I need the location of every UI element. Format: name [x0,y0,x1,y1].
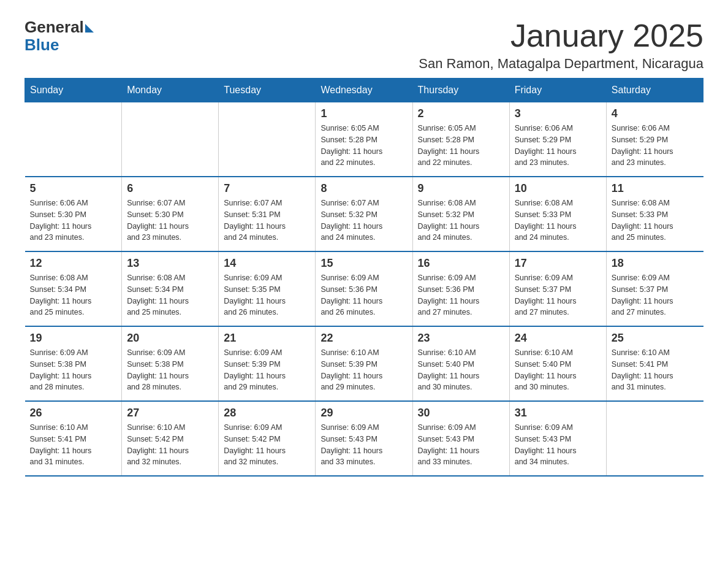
calendar-week-row: 12Sunrise: 6:08 AM Sunset: 5:34 PM Dayli… [25,251,703,326]
calendar-cell: 23Sunrise: 6:10 AM Sunset: 5:40 PM Dayli… [412,326,509,401]
day-info: Sunrise: 6:06 AM Sunset: 5:29 PM Dayligh… [515,123,601,169]
day-number: 10 [515,182,601,195]
header-monday: Monday [122,79,219,102]
day-number: 6 [127,182,213,195]
calendar-header-row: SundayMondayTuesdayWednesdayThursdayFrid… [25,79,703,102]
day-number: 18 [612,257,699,270]
day-number: 3 [515,107,601,120]
page-header: General Blue January 2025 San Ramon, Mat… [25,18,703,72]
day-info: Sunrise: 6:09 AM Sunset: 5:38 PM Dayligh… [127,347,213,393]
day-info: Sunrise: 6:07 AM Sunset: 5:30 PM Dayligh… [127,197,213,243]
calendar-cell: 24Sunrise: 6:10 AM Sunset: 5:40 PM Dayli… [509,326,606,401]
calendar-cell: 11Sunrise: 6:08 AM Sunset: 5:33 PM Dayli… [606,177,703,251]
calendar-cell: 21Sunrise: 6:09 AM Sunset: 5:39 PM Dayli… [219,326,316,401]
day-number: 20 [127,332,213,345]
day-info: Sunrise: 6:08 AM Sunset: 5:34 PM Dayligh… [127,272,213,318]
day-info: Sunrise: 6:08 AM Sunset: 5:33 PM Dayligh… [612,197,699,243]
calendar-cell [606,401,703,476]
logo-triangle-icon [85,24,94,33]
header-saturday: Saturday [606,79,703,102]
day-info: Sunrise: 6:09 AM Sunset: 5:39 PM Dayligh… [224,347,310,393]
calendar-cell: 6Sunrise: 6:07 AM Sunset: 5:30 PM Daylig… [122,177,219,251]
day-number: 9 [418,182,504,195]
calendar-cell: 25Sunrise: 6:10 AM Sunset: 5:41 PM Dayli… [606,326,703,401]
calendar-week-row: 5Sunrise: 6:06 AM Sunset: 5:30 PM Daylig… [25,177,703,251]
calendar-cell: 31Sunrise: 6:09 AM Sunset: 5:43 PM Dayli… [509,401,606,476]
calendar-cell: 16Sunrise: 6:09 AM Sunset: 5:36 PM Dayli… [412,251,509,326]
day-info: Sunrise: 6:06 AM Sunset: 5:30 PM Dayligh… [30,197,117,243]
day-info: Sunrise: 6:10 AM Sunset: 5:39 PM Dayligh… [320,347,407,393]
day-number: 31 [515,407,601,419]
day-number: 30 [418,407,504,419]
day-info: Sunrise: 6:10 AM Sunset: 5:40 PM Dayligh… [418,347,504,393]
day-info: Sunrise: 6:07 AM Sunset: 5:32 PM Dayligh… [320,197,407,243]
calendar-cell: 29Sunrise: 6:09 AM Sunset: 5:43 PM Dayli… [316,401,412,476]
day-info: Sunrise: 6:09 AM Sunset: 5:37 PM Dayligh… [515,272,601,318]
day-number: 23 [418,332,504,345]
calendar-cell: 13Sunrise: 6:08 AM Sunset: 5:34 PM Dayli… [122,251,219,326]
day-info: Sunrise: 6:10 AM Sunset: 5:41 PM Dayligh… [612,347,699,393]
calendar-cell: 19Sunrise: 6:09 AM Sunset: 5:38 PM Dayli… [25,326,122,401]
day-number: 4 [612,107,699,120]
day-number: 21 [224,332,310,345]
day-number: 1 [320,107,407,120]
header-wednesday: Wednesday [316,79,412,102]
location-subtitle: San Ramon, Matagalpa Department, Nicarag… [419,56,703,72]
day-number: 26 [30,407,117,419]
calendar-cell: 22Sunrise: 6:10 AM Sunset: 5:39 PM Dayli… [316,326,412,401]
day-info: Sunrise: 6:08 AM Sunset: 5:33 PM Dayligh… [515,197,601,243]
day-number: 7 [224,182,310,195]
logo-blue-text: Blue [25,36,94,54]
calendar-cell: 15Sunrise: 6:09 AM Sunset: 5:36 PM Dayli… [316,251,412,326]
month-year-title: January 2025 [419,18,703,53]
calendar-cell: 10Sunrise: 6:08 AM Sunset: 5:33 PM Dayli… [509,177,606,251]
day-info: Sunrise: 6:06 AM Sunset: 5:29 PM Dayligh… [612,123,699,169]
calendar-cell: 12Sunrise: 6:08 AM Sunset: 5:34 PM Dayli… [25,251,122,326]
calendar-week-row: 19Sunrise: 6:09 AM Sunset: 5:38 PM Dayli… [25,326,703,401]
day-number: 28 [224,407,310,419]
day-info: Sunrise: 6:09 AM Sunset: 5:38 PM Dayligh… [30,347,117,393]
calendar-cell: 14Sunrise: 6:09 AM Sunset: 5:35 PM Dayli… [219,251,316,326]
day-info: Sunrise: 6:10 AM Sunset: 5:42 PM Dayligh… [127,422,213,468]
calendar-cell [25,102,122,177]
calendar-cell: 26Sunrise: 6:10 AM Sunset: 5:41 PM Dayli… [25,401,122,476]
day-info: Sunrise: 6:09 AM Sunset: 5:43 PM Dayligh… [320,422,407,468]
calendar-cell: 4Sunrise: 6:06 AM Sunset: 5:29 PM Daylig… [606,102,703,177]
calendar-table: SundayMondayTuesdayWednesdayThursdayFrid… [25,78,703,477]
day-number: 15 [320,257,407,270]
day-info: Sunrise: 6:05 AM Sunset: 5:28 PM Dayligh… [418,123,504,169]
day-number: 16 [418,257,504,270]
day-info: Sunrise: 6:09 AM Sunset: 5:43 PM Dayligh… [418,422,504,468]
calendar-cell: 3Sunrise: 6:06 AM Sunset: 5:29 PM Daylig… [509,102,606,177]
calendar-cell: 1Sunrise: 6:05 AM Sunset: 5:28 PM Daylig… [316,102,412,177]
day-number: 27 [127,407,213,419]
day-info: Sunrise: 6:08 AM Sunset: 5:34 PM Dayligh… [30,272,117,318]
day-number: 17 [515,257,601,270]
calendar-cell: 8Sunrise: 6:07 AM Sunset: 5:32 PM Daylig… [316,177,412,251]
day-number: 11 [612,182,699,195]
calendar-week-row: 1Sunrise: 6:05 AM Sunset: 5:28 PM Daylig… [25,102,703,177]
day-info: Sunrise: 6:09 AM Sunset: 5:36 PM Dayligh… [320,272,407,318]
day-info: Sunrise: 6:05 AM Sunset: 5:28 PM Dayligh… [320,123,407,169]
calendar-cell: 18Sunrise: 6:09 AM Sunset: 5:37 PM Dayli… [606,251,703,326]
title-section: January 2025 San Ramon, Matagalpa Depart… [419,18,703,72]
calendar-cell: 28Sunrise: 6:09 AM Sunset: 5:42 PM Dayli… [219,401,316,476]
day-number: 25 [612,332,699,345]
day-number: 29 [320,407,407,419]
logo: General Blue [25,18,94,53]
header-friday: Friday [509,79,606,102]
day-number: 5 [30,182,117,195]
calendar-cell: 30Sunrise: 6:09 AM Sunset: 5:43 PM Dayli… [412,401,509,476]
day-info: Sunrise: 6:09 AM Sunset: 5:36 PM Dayligh… [418,272,504,318]
calendar-cell: 5Sunrise: 6:06 AM Sunset: 5:30 PM Daylig… [25,177,122,251]
day-info: Sunrise: 6:09 AM Sunset: 5:43 PM Dayligh… [515,422,601,468]
calendar-cell: 20Sunrise: 6:09 AM Sunset: 5:38 PM Dayli… [122,326,219,401]
day-number: 8 [320,182,407,195]
calendar-cell [219,102,316,177]
logo-general-text: General [25,18,84,36]
day-number: 13 [127,257,213,270]
day-info: Sunrise: 6:08 AM Sunset: 5:32 PM Dayligh… [418,197,504,243]
day-number: 12 [30,257,117,270]
header-thursday: Thursday [412,79,509,102]
calendar-cell: 27Sunrise: 6:10 AM Sunset: 5:42 PM Dayli… [122,401,219,476]
